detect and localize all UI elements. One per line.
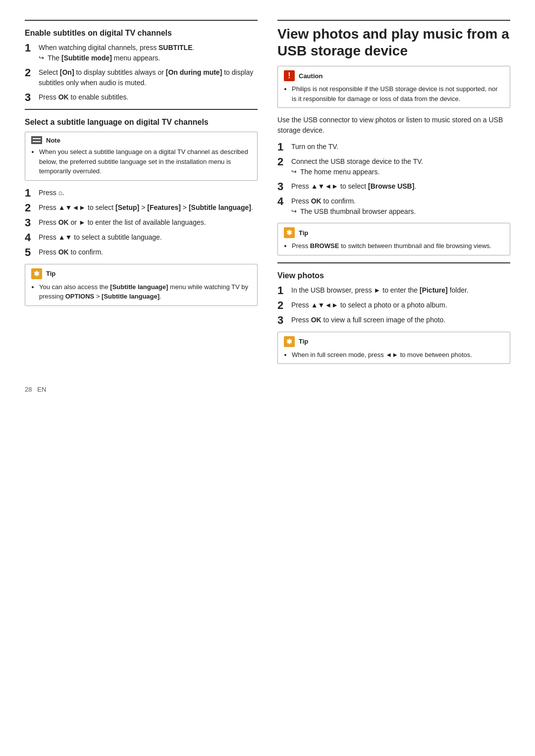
key-browse: BROWSE [310,242,339,250]
view-photos-divider [277,262,510,263]
view-photos-steps: 1 In the USB browser, press ► to enter t… [277,285,510,326]
view-photos-title: View photos [277,268,510,280]
step-number: 3 [25,217,35,228]
step-number: 5 [25,247,35,258]
step-content: Press OK to enable subtitles. [39,92,258,102]
step-content: Connect the USB storage device to the TV… [291,156,510,177]
menu-name: [Subtitle mode] [61,54,112,62]
step-number: 2 [25,67,35,78]
note-icon [31,136,42,144]
list-item: 3 Press OK to enable subtitles. [25,92,258,103]
list-item: 3 Press ▲▼◄► to select [Browse USB]. [277,181,510,192]
caution-label: Caution [299,72,322,80]
step-number: 3 [25,92,35,103]
key-ok: OK [311,316,321,324]
step-number: 3 [277,181,287,192]
right-column: View photos and play music from a USB st… [277,20,510,371]
tip-label: Tip [46,270,55,277]
tip-item: You can also access the [Subtitle langua… [39,282,251,302]
section1-divider [25,20,258,21]
step-content: Press OK to confirm. The USB thumbnail b… [291,196,510,217]
step-content: Press ▲▼◄► to select [Setup] > [Features… [39,202,258,213]
caution-text: Philips is not responsible if the USB st… [284,84,504,103]
step-number: 1 [25,43,35,53]
step-number: 1 [277,142,287,152]
caution-icon: ! [284,70,295,81]
step-number: 2 [25,202,35,213]
tip-header: ✱ Tip [31,268,251,279]
list-item: 2 Connect the USB storage device to the … [277,156,510,177]
tip-box-browse: ✱ Tip Press BROWSE to switch between thu… [277,223,510,255]
step-number: 4 [25,232,35,243]
step-content: When watching digital channels, press SU… [39,43,258,63]
intro-text: Use the USB connector to view photos or … [277,115,510,136]
list-item: 1 Turn on the TV. [277,142,510,152]
tip-item: When in full screen mode, press ◄► to mo… [292,350,504,360]
key-options: OPTIONS [65,293,95,300]
sub-note: The [Subtitle mode] menu appears. [39,53,258,63]
main-title: View photos and play music from a USB st… [277,26,510,59]
tip-text: You can also access the [Subtitle langua… [31,282,251,302]
tip-label: Tip [299,338,308,345]
key-ok: OK [58,248,69,256]
usb-steps: 1 Turn on the TV. 2 Connect the USB stor… [277,142,510,217]
step-number: 1 [277,285,287,296]
tip-label: Tip [299,229,308,237]
left-column: Enable subtitles on digital TV channels … [25,20,258,371]
note-item: When you select a subtitle language on a… [39,147,251,176]
step-number: 3 [277,315,287,326]
menu-setup: [Setup] [115,203,139,211]
step-number: 2 [277,300,287,311]
section2-divider [25,109,258,110]
list-item: 4 Press ▲▼ to select a subtitle language… [25,232,258,243]
page-footer: 28 EN [25,386,510,393]
folder-picture: [Picture] [420,286,448,294]
step-content: Turn on the TV. [291,142,510,152]
list-item: 1 When watching digital channels, press … [25,43,258,63]
step-content: Press ▲▼◄► to select a photo or a photo … [291,300,510,310]
section1-steps: 1 When watching digital channels, press … [25,43,258,103]
caution-header: ! Caution [284,70,504,81]
page-number: 28 [25,386,32,393]
list-item: 2 Press ▲▼◄► to select a photo or a phot… [277,300,510,311]
tip-icon: ✱ [31,268,42,279]
option-mute: [On during mute] [166,68,222,76]
menu-ref: [Subtitle language] [110,283,168,291]
tip-icon: ✱ [284,227,295,238]
sub-note: The USB thumbnail browser appears. [291,206,510,217]
key-ok: OK [58,93,69,101]
tip-box-fullscreen: ✱ Tip When in full screen mode, press ◄►… [277,332,510,364]
step-content: Press OK or ► to enter the list of avail… [39,217,258,228]
list-item: 5 Press OK to confirm. [25,247,258,258]
list-item: 2 Press ▲▼◄► to select [Setup] > [Featur… [25,202,258,213]
step-number: 1 [25,188,35,199]
note-text: When you select a subtitle language on a… [31,147,251,176]
option-on: [On] [60,68,74,76]
section2-title: Select a subtitle language on digital TV… [25,115,258,127]
section1-title: Enable subtitles on digital TV channels [25,26,258,38]
section2-steps: 1 Press ⌂. 2 Press ▲▼◄► to select [Setup… [25,188,258,258]
caution-item: Philips is not responsible if the USB st… [292,84,504,103]
sub-note: The home menu appears. [291,167,510,177]
key-ok: OK [311,197,321,205]
note-header: Note [31,136,251,144]
step-number: 4 [277,196,287,207]
menu-browse-usb: [Browse USB] [368,182,414,190]
tip-text: Press BROWSE to switch between thumbnail… [284,241,504,251]
tip-box-subtitle: ✱ Tip You can also access the [Subtitle … [25,264,258,306]
tip-text: When in full screen mode, press ◄► to mo… [284,350,504,360]
key-subtitle: SUBTITLE [159,44,192,51]
menu-features: [Features] [147,203,181,211]
note-box: Note When you select a subtitle language… [25,132,258,181]
tip-icon: ✱ [284,336,295,347]
caution-box: ! Caution Philips is not responsible if … [277,66,510,108]
tip-header: ✱ Tip [284,336,504,347]
list-item: 4 Press OK to confirm. The USB thumbnail… [277,196,510,217]
tip-item: Press BROWSE to switch between thumbnail… [292,241,504,251]
menu-subtitle-lang: [Subtitle language] [189,203,251,211]
list-item: 2 Select [On] to display subtitles alway… [25,67,258,88]
lang-label: EN [37,386,46,393]
list-item: 1 In the USB browser, press ► to enter t… [277,285,510,296]
step-content: Press ⌂. [39,188,258,198]
menu-ref2: [Subtitle language] [102,293,160,300]
